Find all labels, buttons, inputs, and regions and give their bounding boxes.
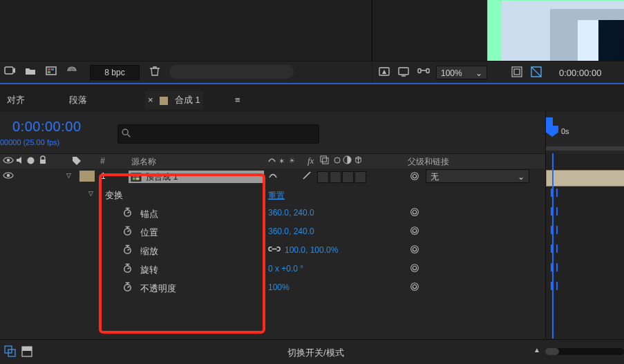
layer-switch-fb[interactable] [317,171,329,183]
panel-menu-icon[interactable]: ≡ [235,91,240,109]
toggle-switches-icon-b[interactable] [21,345,33,358]
layer-name-cell[interactable]: 预合成 1 [129,171,264,183]
quality-header[interactable]: fx [308,155,314,166]
rotation-pickwhip-icon[interactable] [409,262,420,274]
fx-switch-header[interactable]: ✶ [278,157,285,166]
svg-marker-29 [17,157,21,164]
position-pickwhip-icon[interactable] [409,225,420,236]
zoom-out-icon[interactable]: ▲ [533,346,540,354]
tab-align[interactable]: 对齐 [7,91,25,109]
h-scroll-track[interactable] [545,348,624,355]
frame-blend-header[interactable] [320,155,329,164]
new-composition-icon[interactable] [45,65,57,80]
work-area-start-handle[interactable] [546,117,553,127]
parent-dropdown[interactable]: 无 ⌄ [426,169,529,183]
layer-row-1[interactable]: ▽ 1 预合成 1 无 ⌄ [0,169,624,186]
layer-search-box[interactable] [117,124,319,144]
color-depth-button[interactable]: 8 bpc [90,65,140,80]
kf-nav-transform[interactable] [551,189,558,197]
h-scroll-thumb[interactable] [545,348,559,355]
scale-pickwhip-icon[interactable] [409,244,420,255]
parent-column-header[interactable]: 父级和链接 [408,156,449,168]
snapshot-icon[interactable] [378,66,390,78]
stopwatch-icon[interactable] [122,207,133,218]
viewer-time-display[interactable]: 0:00:00:00 [559,68,601,78]
opacity-value[interactable]: 100% [268,282,290,292]
project-settings-icon[interactable] [66,65,78,80]
composition-preview[interactable] [487,0,624,61]
current-time-display[interactable]: 0:00:00:00 [12,119,82,135]
region-of-interest-icon[interactable] [511,66,523,78]
eye-column-icon[interactable] [3,155,14,165]
pickwhip-icon[interactable] [409,171,420,182]
adjustment-header[interactable] [343,155,352,164]
layer-shy-switch[interactable] [268,171,278,180]
svg-rect-39 [136,174,139,177]
position-value[interactable]: 360.0, 240.0 [268,227,314,236]
screen-icon[interactable] [397,66,410,78]
svg-marker-7 [382,70,386,74]
scale-value[interactable]: 100.0, 100.0% [285,245,338,255]
svg-rect-33 [323,158,328,164]
transform-reset-link[interactable]: 重置 [268,190,285,202]
frame-rate-display: 00000 (25.00 fps) [0,138,59,146]
toggle-switches-modes-label[interactable]: 切换开关/模式 [287,347,344,359]
new-folder-icon[interactable] [24,65,37,80]
layer-quality-switch[interactable] [302,171,312,180]
lock-column-icon[interactable] [38,155,48,165]
kf-nav-rotation[interactable] [551,263,558,271]
rotation-label: 旋转 [140,264,158,276]
kf-nav-anchor[interactable] [551,207,558,215]
tab-comp-active[interactable]: × 合成 1 [145,91,203,109]
anchor-point-value[interactable]: 360.0, 240.0 [268,208,314,218]
audio-column-icon[interactable] [15,155,25,165]
kf-nav-opacity[interactable] [551,282,558,290]
chevron-down-icon: ⌄ [475,66,482,80]
opacity-pickwhip-icon[interactable] [409,281,420,292]
layer-duration-bar[interactable] [546,170,624,186]
timeline-ruler[interactable]: 0s [545,112,624,153]
motion-blur-header[interactable] [332,155,341,164]
transparency-grid-icon[interactable] [530,66,542,78]
3d-header[interactable] [354,155,363,164]
layer-switch-3d[interactable] [354,171,366,183]
stopwatch-icon[interactable] [122,263,133,274]
svg-line-58 [128,268,130,269]
svg-rect-38 [133,174,135,177]
anchor-pickwhip-icon[interactable] [409,207,420,218]
twirl-down-icon[interactable]: ▽ [66,172,71,179]
stopwatch-icon[interactable] [122,282,133,292]
timeline-tracks[interactable] [545,153,624,338]
shy-switch-header[interactable] [267,155,276,164]
source-name-column-header[interactable]: 源名称 [131,156,156,168]
anchor-point-row: 锚点 360.0, 240.0 [0,204,624,223]
time-navigator-thumb[interactable] [546,146,624,151]
svg-line-13 [128,135,131,137]
layer-visibility-toggle[interactable] [3,171,14,180]
twirl-down-icon[interactable]: ▽ [88,190,93,197]
collapse-header[interactable]: ☀ [289,157,295,164]
constrain-proportions-icon[interactable] [268,245,281,253]
opacity-label: 不透明度 [140,282,176,295]
current-time-indicator-head[interactable] [546,126,558,137]
stopwatch-icon[interactable] [122,245,133,255]
layer-color-label[interactable] [79,171,95,182]
mask-goggles-icon[interactable] [417,66,429,78]
kf-nav-position[interactable] [551,226,558,234]
solo-column-icon[interactable] [26,156,35,165]
stopwatch-icon[interactable] [122,226,133,236]
close-tab-button[interactable]: × [148,95,153,105]
zoom-dropdown[interactable]: 100% ⌄ [436,66,487,79]
layer-switch-adj[interactable] [342,171,354,183]
layer-switch-mb[interactable] [330,171,341,183]
tab-paragraph[interactable]: 段落 [69,91,87,109]
label-column-icon[interactable] [71,155,82,166]
rotation-value[interactable]: 0 x +0.0 ° [268,264,303,274]
index-column-header[interactable]: # [100,156,105,166]
kf-nav-scale[interactable] [551,245,558,253]
scale-label: 缩放 [140,245,158,258]
toggle-switches-icon-a[interactable] [4,345,17,358]
trash-icon[interactable] [149,65,161,80]
interpret-footage-icon[interactable] [3,65,16,80]
transform-group-row[interactable]: ▽ 变换 重置 [0,185,624,204]
